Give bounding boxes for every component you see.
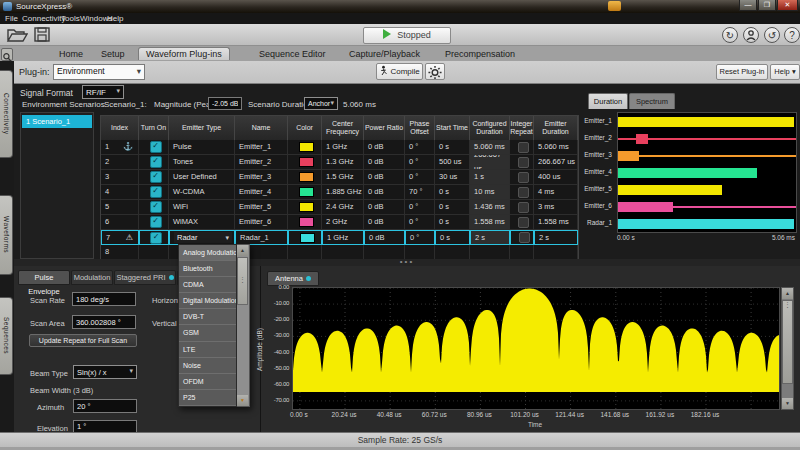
cell-name[interactable]: Emitter_6: [235, 215, 288, 230]
cell-repeat[interactable]: [510, 140, 534, 155]
cell-name[interactable]: Emitter_5: [235, 200, 288, 215]
minimize-button[interactable]: —: [739, 0, 757, 11]
cell-duration[interactable]: 3 ms: [534, 200, 578, 215]
cell-type[interactable]: Tones: [169, 155, 235, 170]
cell-name[interactable]: Emitter_3: [235, 170, 288, 185]
close-button[interactable]: ✕: [777, 0, 798, 11]
cell-type[interactable]: Pulse: [169, 140, 235, 155]
cell-name[interactable]: Emitter_1: [235, 140, 288, 155]
cell-name[interactable]: Radar_1: [235, 230, 288, 245]
color-swatch[interactable]: [299, 187, 314, 197]
cell-phase[interactable]: 0 °: [405, 155, 435, 170]
help-menu-button[interactable]: Help ▾: [770, 64, 800, 80]
search-icon[interactable]: [1, 48, 13, 61]
color-swatch[interactable]: [299, 202, 314, 212]
signal-format-select[interactable]: RF/IF▾: [82, 85, 124, 99]
cell-phase[interactable]: 0 °: [405, 200, 435, 215]
cell-start[interactable]: 30 us: [435, 170, 470, 185]
menu-file[interactable]: File: [5, 14, 18, 23]
cell-color[interactable]: [288, 200, 322, 215]
menu-help[interactable]: Help: [107, 14, 123, 23]
cell-type[interactable]: Radar▾: [169, 230, 235, 245]
turn-on-checkbox[interactable]: ✓: [150, 232, 162, 244]
cell-freq[interactable]: 1 GHz: [322, 140, 364, 155]
cell-power[interactable]: 0 dB: [364, 215, 405, 230]
update-repeat-button[interactable]: Update Repeat for Full Scan: [29, 334, 137, 347]
sync-icon[interactable]: ↻: [722, 27, 738, 43]
cell-on[interactable]: ✓: [139, 170, 169, 185]
cell-freq[interactable]: 1.5 GHz: [322, 170, 364, 185]
integer-repeat-checkbox[interactable]: [518, 187, 529, 198]
cell-duration[interactable]: 2 s: [534, 230, 578, 245]
emitter-type-option[interactable]: Bluetooth: [179, 261, 236, 277]
cell-phase[interactable]: 0 °: [405, 140, 435, 155]
run-state-button[interactable]: Stopped: [363, 27, 451, 44]
cell-start[interactable]: 0 s: [435, 185, 470, 200]
column-header[interactable]: Emitter Type: [169, 116, 235, 140]
scan-rate-input[interactable]: [72, 292, 136, 306]
column-header[interactable]: Turn On: [139, 116, 169, 140]
cell-color[interactable]: [288, 230, 322, 245]
cell-power[interactable]: 0 dB: [364, 185, 405, 200]
cell-configured[interactable]: 266.667 us: [470, 155, 510, 170]
sidebar-tab-connectivity[interactable]: Connectivity: [0, 70, 13, 158]
column-header[interactable]: Configured Duration: [470, 116, 510, 140]
integer-repeat-checkbox[interactable]: [518, 217, 529, 228]
anchor-select[interactable]: Anchor▾: [304, 97, 338, 110]
compile-button[interactable]: Compile: [376, 63, 423, 80]
cell-index[interactable]: 7⚠: [101, 230, 139, 245]
cell-on[interactable]: ✓: [139, 185, 169, 200]
cell-freq[interactable]: 1 GHz: [322, 230, 364, 245]
tab-staggered-pri[interactable]: Staggered PRI: [114, 270, 176, 285]
turn-on-checkbox[interactable]: ✓: [150, 186, 162, 198]
cell-index[interactable]: 5: [101, 200, 139, 215]
scroll-up-icon[interactable]: ▲: [237, 245, 248, 256]
cell-configured[interactable]: 10 ms: [470, 185, 510, 200]
cell-color[interactable]: [288, 185, 322, 200]
cell-type[interactable]: W-CDMA: [169, 185, 235, 200]
cell-duration[interactable]: 266.667 us: [534, 155, 578, 170]
color-swatch[interactable]: [299, 172, 314, 182]
scroll-up-icon[interactable]: ▲: [782, 288, 793, 299]
user-connect-icon[interactable]: [743, 27, 759, 43]
tab-home[interactable]: Home: [52, 48, 90, 60]
dropdown-scrollbar[interactable]: ▲ ⋮ ▼: [237, 244, 250, 407]
cell-freq[interactable]: 2.4 GHz: [322, 200, 364, 215]
cell-repeat[interactable]: [510, 155, 534, 170]
column-header[interactable]: Index: [101, 116, 139, 140]
cell-color[interactable]: [288, 140, 322, 155]
integer-repeat-checkbox[interactable]: [518, 157, 529, 168]
save-icon[interactable]: [33, 26, 51, 47]
scroll-thumb[interactable]: ⋮: [782, 300, 793, 384]
cell-repeat[interactable]: [510, 230, 534, 245]
cell-phase[interactable]: 70 °: [405, 185, 435, 200]
cell-configured[interactable]: 1.558 ms: [470, 215, 510, 230]
turn-on-checkbox[interactable]: ✓: [150, 201, 162, 213]
scan-area-input[interactable]: [72, 315, 136, 329]
cell-on[interactable]: ✓: [139, 215, 169, 230]
scroll-down-icon[interactable]: ▼: [237, 395, 248, 406]
color-swatch[interactable]: [299, 142, 314, 152]
cell-start[interactable]: 500 us: [435, 155, 470, 170]
cell-on[interactable]: ✓: [139, 140, 169, 155]
cell-power[interactable]: 0 dB: [364, 155, 405, 170]
color-swatch[interactable]: [299, 157, 314, 167]
refresh-icon[interactable]: ↺: [764, 27, 780, 43]
cell-repeat[interactable]: [510, 170, 534, 185]
cell-duration[interactable]: 4 ms: [534, 185, 578, 200]
cell-duration[interactable]: 400 us: [534, 170, 578, 185]
beam-type-select[interactable]: Sin(x) / x▾: [73, 365, 137, 379]
column-header[interactable]: Color: [288, 116, 322, 140]
tab-duration[interactable]: Duration: [588, 93, 628, 109]
cell-power[interactable]: 0 dB: [364, 170, 405, 185]
tab-spectrum[interactable]: Spectrum: [629, 93, 675, 109]
cell-color[interactable]: [288, 215, 322, 230]
sidebar-tab-sequences[interactable]: Sequences: [0, 297, 13, 375]
cell-color[interactable]: [288, 170, 322, 185]
integer-repeat-checkbox[interactable]: [518, 172, 529, 183]
column-header[interactable]: Emitter Duration: [534, 116, 578, 140]
cell-phase[interactable]: 0 °: [405, 230, 435, 245]
integer-repeat-checkbox[interactable]: [518, 142, 529, 153]
cell-start[interactable]: 0 s: [435, 200, 470, 215]
emitter-type-option[interactable]: Noise: [179, 358, 236, 374]
